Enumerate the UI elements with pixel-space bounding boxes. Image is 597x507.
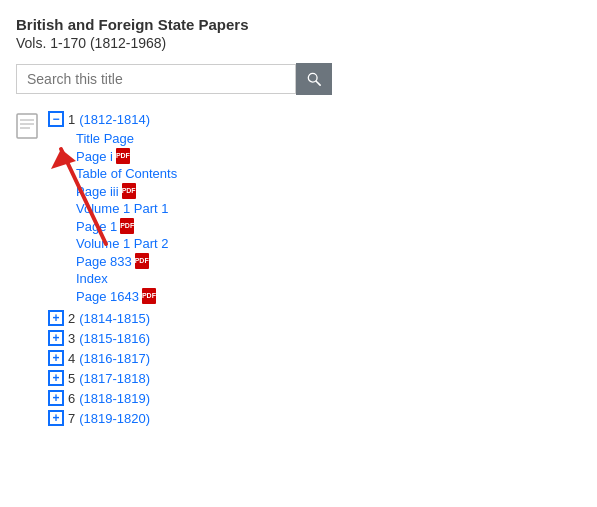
list-item: Page 1 PDF bbox=[76, 218, 581, 234]
page-1643-link[interactable]: Page 1643 bbox=[76, 289, 139, 304]
vol-1-sub-items: Title Page Page i PDF Table of Contents … bbox=[76, 131, 581, 304]
vol-link-1[interactable]: (1812-1814) bbox=[79, 112, 150, 127]
expand-toggle-2[interactable]: + bbox=[48, 310, 64, 326]
doc-icon bbox=[16, 113, 38, 430]
expand-toggle-6[interactable]: + bbox=[48, 390, 64, 406]
list-item: Page 1643 PDF bbox=[76, 288, 581, 304]
list-item: Page i PDF bbox=[76, 148, 581, 164]
volume-tree: − 1 (1812-1814) Title Page Page i PDF Ta… bbox=[48, 111, 581, 430]
list-item: Volume 1 Part 2 bbox=[76, 236, 581, 251]
volume-4-item: + 4 (1816-1817) bbox=[48, 350, 581, 366]
vol-number-7: 7 bbox=[68, 411, 75, 426]
search-icon bbox=[307, 72, 321, 86]
list-item: Page iii PDF bbox=[76, 183, 581, 199]
vol-number-4: 4 bbox=[68, 351, 75, 366]
vol1part2-link[interactable]: Volume 1 Part 2 bbox=[76, 236, 169, 251]
vol-link-5[interactable]: (1817-1818) bbox=[79, 371, 150, 386]
vol-link-6[interactable]: (1818-1819) bbox=[79, 391, 150, 406]
svg-rect-2 bbox=[17, 114, 37, 138]
vol-link-7[interactable]: (1819-1820) bbox=[79, 411, 150, 426]
pdf-icon: PDF bbox=[135, 253, 149, 269]
volume-3-item: + 3 (1815-1816) bbox=[48, 330, 581, 346]
svg-line-1 bbox=[316, 81, 320, 85]
pdf-icon: PDF bbox=[120, 218, 134, 234]
vol-link-3[interactable]: (1815-1816) bbox=[79, 331, 150, 346]
pdf-icon: PDF bbox=[142, 288, 156, 304]
list-item: Page 833 PDF bbox=[76, 253, 581, 269]
collapse-toggle-1[interactable]: − bbox=[48, 111, 64, 127]
volume-6-item: + 6 (1818-1819) bbox=[48, 390, 581, 406]
list-item: Index bbox=[76, 271, 581, 286]
vol-number-3: 3 bbox=[68, 331, 75, 346]
vol-number-5: 5 bbox=[68, 371, 75, 386]
search-button[interactable] bbox=[296, 63, 332, 95]
search-input[interactable] bbox=[16, 64, 296, 94]
vol-number-1: 1 bbox=[68, 112, 75, 127]
page-iii-link[interactable]: Page iii bbox=[76, 184, 119, 199]
vol-link-4[interactable]: (1816-1817) bbox=[79, 351, 150, 366]
main-title: British and Foreign State Papers bbox=[16, 16, 581, 33]
vol1part1-link[interactable]: Volume 1 Part 1 bbox=[76, 201, 169, 216]
vol-number-6: 6 bbox=[68, 391, 75, 406]
volume-1-item: − 1 (1812-1814) Title Page Page i PDF Ta… bbox=[48, 111, 581, 304]
list-item: Table of Contents bbox=[76, 166, 581, 181]
page-833-link[interactable]: Page 833 bbox=[76, 254, 132, 269]
vol-link-2[interactable]: (1814-1815) bbox=[79, 311, 150, 326]
volume-5-item: + 5 (1817-1818) bbox=[48, 370, 581, 386]
list-item: Title Page bbox=[76, 131, 581, 146]
expand-toggle-3[interactable]: + bbox=[48, 330, 64, 346]
toc-link[interactable]: Table of Contents bbox=[76, 166, 177, 181]
list-item: Volume 1 Part 1 bbox=[76, 201, 581, 216]
volume-7-item: + 7 (1819-1820) bbox=[48, 410, 581, 426]
title-page-link[interactable]: Title Page bbox=[76, 131, 134, 146]
expand-toggle-5[interactable]: + bbox=[48, 370, 64, 386]
subtitle: Vols. 1-170 (1812-1968) bbox=[16, 35, 581, 51]
pdf-icon: PDF bbox=[122, 183, 136, 199]
expand-toggle-4[interactable]: + bbox=[48, 350, 64, 366]
pdf-icon: PDF bbox=[116, 148, 130, 164]
vol-number-2: 2 bbox=[68, 311, 75, 326]
expand-toggle-7[interactable]: + bbox=[48, 410, 64, 426]
volume-2-item: + 2 (1814-1815) bbox=[48, 310, 581, 326]
page-1-link[interactable]: Page 1 bbox=[76, 219, 117, 234]
page-i-link[interactable]: Page i bbox=[76, 149, 113, 164]
index-link[interactable]: Index bbox=[76, 271, 108, 286]
